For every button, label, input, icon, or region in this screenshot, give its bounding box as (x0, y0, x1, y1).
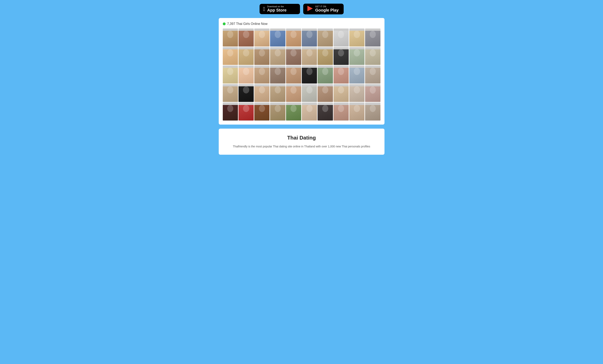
photo-cell-17[interactable] (318, 47, 333, 65)
photo-cell-40[interactable] (365, 84, 380, 102)
photo-43 (254, 105, 269, 120)
photo-32 (239, 86, 254, 102)
photo-8 (334, 31, 349, 46)
googleplay-button[interactable]: GET IT ON Google Play (303, 4, 344, 14)
photo-42 (239, 105, 254, 120)
photo-cell-7[interactable] (318, 28, 333, 47)
photo-cell-22[interactable] (239, 66, 254, 83)
photo-cell-15[interactable] (286, 47, 301, 65)
photo-45 (286, 105, 301, 120)
photo-26 (302, 68, 317, 83)
photo-33 (254, 86, 269, 102)
photo-36 (302, 86, 317, 102)
svg-marker-0 (307, 6, 313, 11)
photo-cell-6[interactable] (302, 28, 317, 47)
photo-cell-1[interactable] (223, 28, 238, 47)
photo-21 (223, 68, 238, 83)
photo-cell-10[interactable] (365, 28, 380, 47)
photo-10 (365, 31, 380, 46)
photo-28 (334, 68, 349, 83)
photo-cell-35[interactable] (286, 84, 301, 102)
photo-cell-38[interactable] (334, 84, 349, 102)
photo-cell-24[interactable] (270, 66, 285, 83)
photo-cell-39[interactable] (349, 84, 364, 102)
photo-48 (334, 105, 349, 120)
photo-cell-16[interactable] (302, 47, 317, 65)
photo-cell-11[interactable] (223, 47, 238, 65)
photo-cell-36[interactable] (302, 84, 317, 102)
photo-cell-37[interactable] (318, 84, 333, 102)
photo-cell-14[interactable] (270, 47, 285, 65)
photo-cell-48[interactable] (334, 103, 349, 120)
photo-cell-29[interactable] (349, 66, 364, 83)
photo-34 (270, 86, 285, 102)
photo-16 (302, 49, 317, 65)
photo-24 (270, 68, 285, 83)
photo-cell-31[interactable] (223, 84, 238, 102)
photo-27 (318, 68, 333, 83)
photo-7 (318, 31, 333, 46)
photo-46 (302, 105, 317, 120)
photo-cell-42[interactable] (239, 103, 254, 120)
photo-cell-21[interactable] (223, 66, 238, 83)
dating-description: Thaifriendly is the most popular Thai da… (227, 144, 376, 149)
photo-15 (286, 49, 301, 65)
photo-40 (365, 86, 380, 102)
photo-30 (365, 68, 380, 83)
photo-cell-32[interactable] (239, 84, 254, 102)
appstore-sub-label: Download on the (267, 5, 284, 8)
photo-cell-23[interactable] (254, 66, 269, 83)
photo-25 (286, 68, 301, 83)
online-count-text: 7,397 Thai Girls Online Now (227, 22, 268, 26)
photo-35 (286, 86, 301, 102)
photo-cell-4[interactable] (270, 28, 285, 47)
photo-cell-3[interactable] (254, 28, 269, 47)
online-header: 7,397 Thai Girls Online Now (223, 22, 381, 26)
photo-12 (239, 49, 254, 65)
photo-13 (254, 49, 269, 65)
photo-cell-34[interactable] (270, 84, 285, 102)
photo-cell-26[interactable] (302, 66, 317, 83)
main-content: 7,397 Thai Girls Online Now Thai Dating … (0, 18, 603, 163)
photo-cell-41[interactable] (223, 103, 238, 120)
photo-22 (239, 68, 254, 83)
photo-cell-9[interactable] (349, 28, 364, 47)
photo-cell-27[interactable] (318, 66, 333, 83)
photo-49 (349, 105, 364, 120)
photo-cell-33[interactable] (254, 84, 269, 102)
photo-cell-44[interactable] (270, 103, 285, 120)
photo-cell-49[interactable] (349, 103, 364, 120)
googleplay-main-label: Google Play (315, 8, 339, 12)
photo-cell-47[interactable] (318, 103, 333, 120)
photo-cell-20[interactable] (365, 47, 380, 65)
photo-29 (349, 68, 364, 83)
photo-6 (302, 31, 317, 46)
photo-9 (349, 31, 364, 46)
appstore-button[interactable]:  Download on the App Store (260, 4, 300, 14)
photo-cell-50[interactable] (365, 103, 380, 120)
photo-19 (349, 49, 364, 65)
photo-cell-30[interactable] (365, 66, 380, 83)
online-dot (223, 23, 226, 25)
photo-cell-45[interactable] (286, 103, 301, 120)
photo-cell-18[interactable] (334, 47, 349, 65)
photo-cell-5[interactable] (286, 28, 301, 47)
photo-17 (318, 49, 333, 65)
photo-cell-43[interactable] (254, 103, 269, 120)
photo-cell-12[interactable] (239, 47, 254, 65)
apple-icon:  (263, 6, 265, 12)
photo-cell-8[interactable] (334, 28, 349, 47)
photo-38 (334, 86, 349, 102)
photo-cell-19[interactable] (349, 47, 364, 65)
photo-31 (223, 86, 238, 102)
photo-3 (254, 31, 269, 46)
photo-cell-13[interactable] (254, 47, 269, 65)
googleplay-icon (307, 5, 313, 13)
photo-cell-25[interactable] (286, 66, 301, 83)
photo-18 (334, 49, 349, 65)
googleplay-sub-label: GET IT ON (315, 5, 326, 8)
photo-cell-46[interactable] (302, 103, 317, 120)
photo-cell-2[interactable] (239, 28, 254, 47)
photo-20 (365, 49, 380, 65)
photo-cell-28[interactable] (334, 66, 349, 83)
